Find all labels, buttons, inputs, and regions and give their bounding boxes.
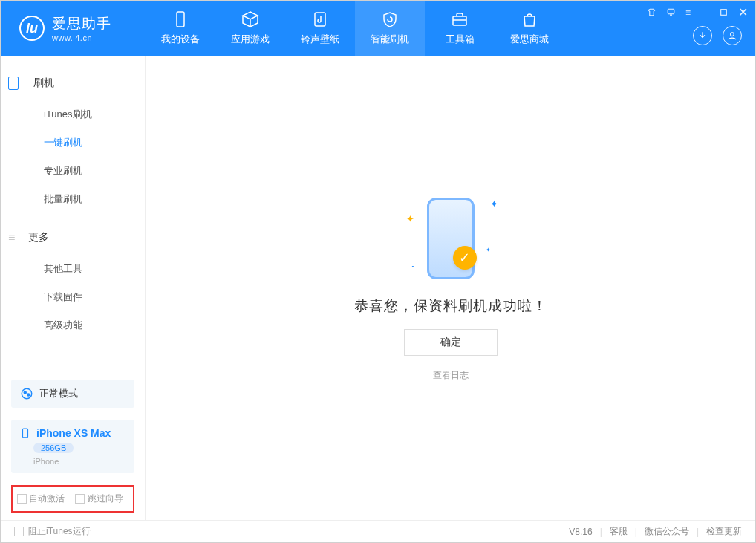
update-link[interactable]: 检查更新 [706, 525, 742, 538]
svg-point-7 [24, 391, 26, 394]
svg-rect-4 [721, 10, 727, 16]
sidebar-group-flash: 刷机 [1, 72, 145, 94]
device-type: iPhone [33, 457, 59, 466]
svg-rect-0 [177, 12, 184, 27]
version-label: V8.16 [569, 527, 592, 537]
sidebar-item-adv[interactable]: 高级功能 [1, 311, 145, 339]
sidebar-item-pro[interactable]: 专业刷机 [1, 157, 145, 185]
maximize-button[interactable] [719, 7, 729, 17]
download-button[interactable] [693, 26, 712, 45]
close-button[interactable]: ✕ [738, 5, 748, 19]
mode-card[interactable]: 正常模式 [11, 380, 134, 408]
svg-rect-1 [315, 13, 325, 26]
success-message: 恭喜您，保资料刷机成功啦！ [354, 296, 547, 316]
brand-url: www.i4.cn [52, 33, 111, 42]
svg-point-8 [27, 394, 30, 396]
phone-illustration-icon: ✓ [427, 198, 475, 279]
block-itunes-checkbox[interactable]: 阻止iTunes运行 [14, 525, 91, 538]
minimize-button[interactable]: — [700, 7, 709, 18]
shield-refresh-icon [381, 10, 399, 28]
success-illustration: ✦✦✦• ✓ [406, 194, 495, 283]
tab-apps[interactable]: 应用游戏 [215, 1, 285, 56]
menu-icon[interactable]: ≡ [685, 7, 691, 18]
view-log-link[interactable]: 查看日志 [433, 369, 469, 382]
tshirt-icon[interactable] [647, 7, 656, 17]
svg-point-6 [22, 388, 32, 399]
account-button[interactable] [723, 26, 742, 45]
service-link[interactable]: 客服 [610, 525, 628, 538]
tab-tools[interactable]: 工具箱 [425, 1, 495, 56]
auto-activate-checkbox[interactable]: 自动激活 [17, 492, 65, 505]
download-icon [697, 30, 708, 41]
title-bar: iu 爱思助手 www.i4.cn 我的设备 应用游戏 铃声壁纸 智能刷机 工具… [1, 1, 755, 56]
svg-rect-2 [453, 16, 466, 25]
phone-icon [20, 428, 30, 438]
main-tabs: 我的设备 应用游戏 铃声壁纸 智能刷机 工具箱 爱思商城 [146, 1, 564, 56]
music-file-icon [311, 10, 329, 28]
feedback-icon[interactable] [666, 7, 676, 17]
check-badge-icon: ✓ [453, 246, 477, 270]
mode-icon [20, 387, 33, 400]
status-bar: 阻止iTunes运行 V8.16 | 客服 | 微信公众号 | 检查更新 [1, 520, 755, 542]
sidebar-item-other[interactable]: 其他工具 [1, 255, 145, 283]
skip-guide-checkbox[interactable]: 跳过向导 [75, 492, 123, 505]
ok-button[interactable]: 确定 [404, 329, 498, 356]
brand-name: 爱思助手 [52, 14, 111, 33]
brand-logo-icon: iu [19, 16, 45, 41]
window-controls: ≡ — ✕ [647, 5, 748, 19]
main-content: ✦✦✦• ✓ 恭喜您，保资料刷机成功啦！ 确定 查看日志 [146, 56, 755, 520]
sidebar: 刷机 iTunes刷机 一键刷机 专业刷机 批量刷机 更多 其他工具 下载固件 … [1, 56, 146, 520]
mode-label: 正常模式 [39, 387, 78, 400]
toolbox-icon [451, 10, 469, 28]
device-icon [172, 10, 189, 28]
sidebar-item-batch[interactable]: 批量刷机 [1, 185, 145, 213]
tab-flash[interactable]: 智能刷机 [355, 1, 425, 56]
cube-icon [241, 10, 259, 28]
wechat-link[interactable]: 微信公众号 [645, 525, 689, 538]
sidebar-item-itunes[interactable]: iTunes刷机 [1, 100, 145, 129]
sidebar-item-fw[interactable]: 下载固件 [1, 283, 145, 311]
device-name-label: iPhone XS Max [36, 427, 111, 439]
device-storage: 256GB [33, 443, 74, 453]
sidebar-group-more: 更多 [1, 227, 145, 249]
user-icon [727, 30, 737, 41]
flash-options: 自动激活 跳过向导 [11, 485, 134, 513]
device-card[interactable]: iPhone XS Max 256GB iPhone [11, 420, 134, 473]
tab-store[interactable]: 爱思商城 [495, 1, 564, 56]
brand: iu 爱思助手 www.i4.cn [1, 1, 146, 56]
sidebar-item-onekey[interactable]: 一键刷机 [1, 129, 145, 157]
svg-point-5 [731, 33, 734, 36]
svg-rect-9 [23, 429, 28, 438]
bag-icon [521, 10, 538, 28]
tab-ringtone[interactable]: 铃声壁纸 [285, 1, 355, 56]
tab-my-device[interactable]: 我的设备 [146, 1, 215, 56]
